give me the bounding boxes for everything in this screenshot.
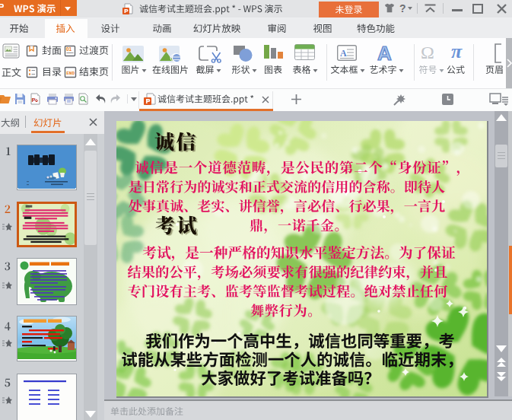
svg-text:END: END	[66, 71, 75, 76]
svg-text:01: 01	[66, 46, 72, 52]
svg-text:A: A	[377, 43, 392, 62]
svg-text:A: A	[340, 48, 347, 59]
svg-text:P: P	[32, 97, 37, 103]
